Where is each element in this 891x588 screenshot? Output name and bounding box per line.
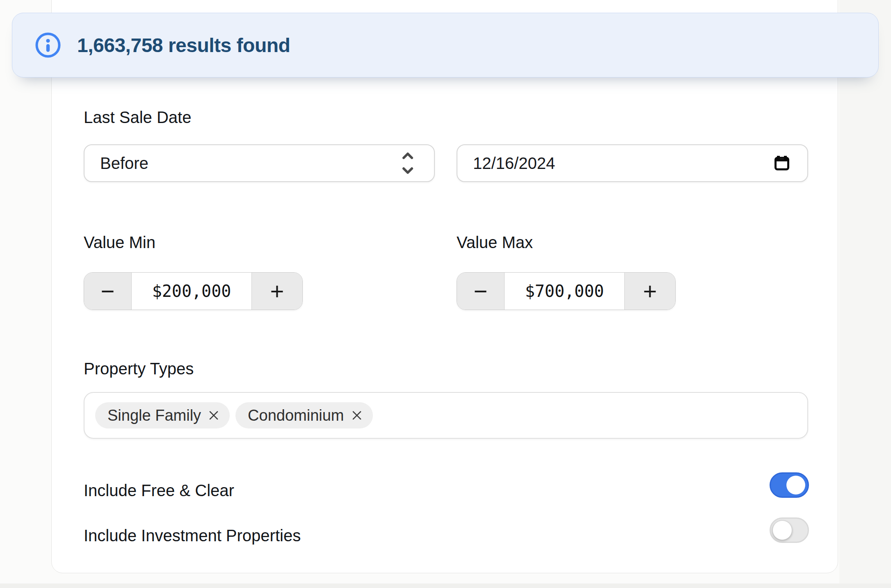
property-types-combobox[interactable]: Single Family Condominium bbox=[84, 392, 808, 439]
property-type-tag: Single Family bbox=[95, 402, 230, 428]
value-max-label: Value Max bbox=[457, 232, 533, 252]
value-min-increment-button[interactable]: + bbox=[251, 273, 302, 310]
value-max-input[interactable]: $700,000 bbox=[505, 273, 624, 310]
results-banner: 1,663,758 results found bbox=[12, 13, 879, 77]
info-icon bbox=[35, 32, 61, 58]
include-investment-properties-label: Include Investment Properties bbox=[84, 526, 301, 545]
remove-tag-icon[interactable] bbox=[352, 410, 362, 421]
sale-date-operator-select[interactable]: Before bbox=[84, 144, 435, 182]
date-value: 12/16/2024 bbox=[457, 154, 555, 173]
remove-tag-icon[interactable] bbox=[208, 410, 219, 421]
tag-label: Single Family bbox=[107, 407, 201, 424]
value-max-stepper: − $700,000 + bbox=[457, 272, 676, 310]
select-chevrons-icon bbox=[400, 150, 416, 176]
calendar-icon[interactable] bbox=[774, 155, 790, 171]
value-min-decrement-button[interactable]: − bbox=[84, 273, 132, 310]
include-free-clear-label: Include Free & Clear bbox=[84, 481, 234, 500]
value-min-stepper: − $200,000 + bbox=[84, 272, 303, 310]
sale-date-input[interactable]: 12/16/2024 bbox=[457, 144, 808, 182]
include-free-clear-toggle[interactable] bbox=[770, 472, 809, 498]
page-background-right bbox=[839, 0, 891, 588]
results-count-text: 1,663,758 results found bbox=[77, 34, 290, 57]
last-sale-date-label: Last Sale Date bbox=[84, 107, 191, 127]
tag-label: Condominium bbox=[248, 407, 344, 424]
property-types-label: Property Types bbox=[84, 359, 194, 378]
toggle-knob bbox=[772, 520, 792, 540]
property-type-tag: Condominium bbox=[235, 402, 372, 428]
page-background-bottom bbox=[0, 583, 891, 588]
value-max-decrement-button[interactable]: − bbox=[457, 273, 505, 310]
value-max-increment-button[interactable]: + bbox=[624, 273, 675, 310]
value-min-input[interactable]: $200,000 bbox=[132, 273, 251, 310]
selected-operator: Before bbox=[85, 154, 148, 173]
toggle-knob bbox=[786, 476, 805, 495]
value-min-label: Value Min bbox=[84, 232, 155, 252]
include-investment-properties-toggle[interactable] bbox=[770, 517, 809, 543]
